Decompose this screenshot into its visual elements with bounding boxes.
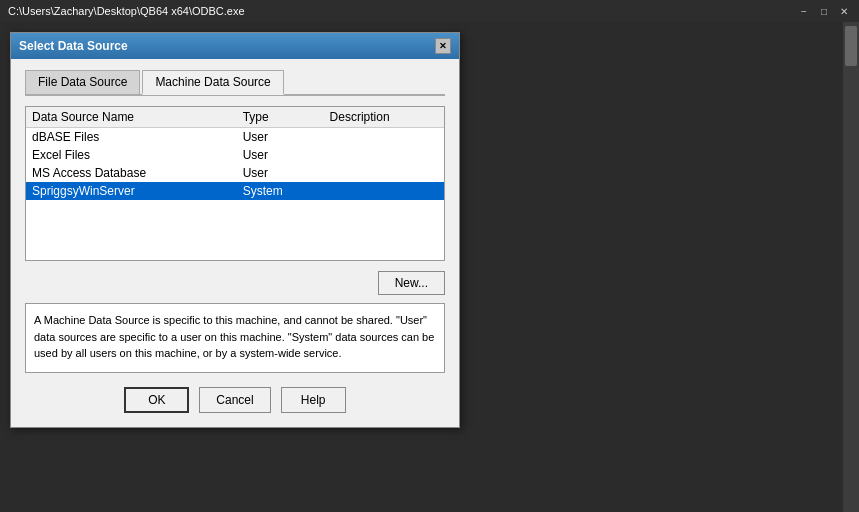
cell-description [324,128,444,147]
dialog-title-controls[interactable]: ✕ [435,38,451,54]
dialog-title: Select Data Source [19,39,128,53]
help-button[interactable]: Help [281,387,346,413]
select-data-source-dialog: Select Data Source ✕ File Data Source Ma… [10,32,460,428]
os-title-text: C:\Users\Zachary\Desktop\QB64 x64\ODBC.e… [8,5,245,17]
data-source-table-container[interactable]: Data Source Name Type Description dBASE … [25,106,445,261]
cell-description [324,164,444,182]
tab-file-data-source[interactable]: File Data Source [25,70,140,95]
table-row[interactable]: SpriggsyWinServerSystem [26,182,444,200]
cell-name: MS Access Database [26,164,237,182]
close-btn[interactable]: ✕ [837,4,851,18]
cell-description [324,146,444,164]
table-header-row: Data Source Name Type Description [26,107,444,128]
col-header-description: Description [324,107,444,128]
cell-name: dBASE Files [26,128,237,147]
dialog-title-bar: Select Data Source ✕ [11,33,459,59]
cell-name: Excel Files [26,146,237,164]
description-text: A Machine Data Source is specific to thi… [34,314,434,359]
cell-type: User [237,128,324,147]
data-source-table: Data Source Name Type Description dBASE … [26,107,444,200]
tab-machine-data-source[interactable]: Machine Data Source [142,70,283,95]
cancel-button[interactable]: Cancel [199,387,270,413]
dialog-close-icon[interactable]: ✕ [435,38,451,54]
scrollbar[interactable] [843,22,859,512]
cell-name: SpriggsyWinServer [26,182,237,200]
bottom-button-row: OK Cancel Help [25,387,445,413]
new-button-row: New... [25,271,445,295]
tab-bar: File Data Source Machine Data Source [25,69,445,96]
minimize-btn[interactable]: − [797,4,811,18]
table-row[interactable]: dBASE FilesUser [26,128,444,147]
col-header-type: Type [237,107,324,128]
maximize-btn[interactable]: □ [817,4,831,18]
cell-type: System [237,182,324,200]
cell-type: User [237,146,324,164]
cell-type: User [237,164,324,182]
table-row[interactable]: MS Access DatabaseUser [26,164,444,182]
col-header-name: Data Source Name [26,107,237,128]
table-row[interactable]: Excel FilesUser [26,146,444,164]
dialog-container: Select Data Source ✕ File Data Source Ma… [0,22,843,512]
scrollbar-thumb[interactable] [845,26,857,66]
dialog-body: File Data Source Machine Data Source Dat… [11,59,459,427]
description-box: A Machine Data Source is specific to thi… [25,303,445,373]
ok-button[interactable]: OK [124,387,189,413]
new-button[interactable]: New... [378,271,445,295]
os-title-bar: C:\Users\Zachary\Desktop\QB64 x64\ODBC.e… [0,0,859,22]
os-window-controls[interactable]: − □ ✕ [797,4,851,18]
cell-description [324,182,444,200]
